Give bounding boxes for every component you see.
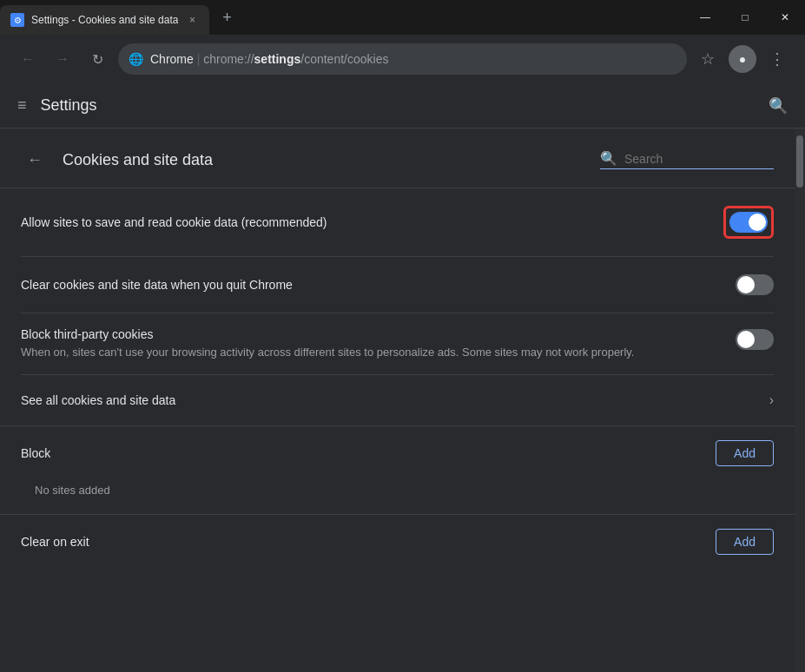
block-header: Block Add [21, 440, 774, 466]
clear-on-exit-section: Clear on exit Add [0, 515, 795, 569]
settings-header: ≡ Settings 🔍 [0, 83, 805, 128]
clear-on-exit-header: Clear on exit Add [21, 529, 774, 555]
page-header-left: ← Cookies and site data [21, 146, 213, 174]
content-panel: ← Cookies and site data 🔍 Allow sites to… [0, 128, 795, 672]
main-content: ← Cookies and site data 🔍 Allow sites to… [0, 128, 805, 672]
settings-section: Allow sites to save and read cookie data… [0, 188, 795, 375]
clear-on-exit-add-button[interactable]: Add [716, 529, 774, 555]
search-box-icon: 🔍 [600, 150, 617, 167]
forward-button[interactable]: → [49, 45, 76, 73]
security-icon: 🌐 [129, 52, 143, 66]
tab-favicon: ⚙ [10, 13, 24, 27]
search-box: 🔍 [600, 150, 774, 169]
clear-on-quit-toggle[interactable] [736, 274, 774, 295]
url-scheme: chrome:// [203, 52, 254, 66]
window-controls: — □ ✕ [685, 0, 805, 35]
page-back-button[interactable]: ← [21, 146, 49, 174]
scrollbar-thumb[interactable] [796, 135, 803, 188]
bookmark-button[interactable]: ☆ [694, 45, 722, 73]
url-bold-segment: settings [254, 52, 301, 66]
chevron-right-icon: › [769, 392, 774, 408]
addressbar: ← → ↻ 🌐 Chrome | chrome://settings/conte… [0, 35, 805, 83]
page-title: Cookies and site data [63, 151, 213, 169]
block-third-party-label-block: Block third-party cookies When on, sites… [21, 327, 736, 360]
settings-menu-icon[interactable]: ≡ [17, 96, 27, 115]
clear-on-quit-label: Clear cookies and site data when you qui… [21, 278, 736, 292]
titlebar: ⚙ Settings - Cookies and site data × + —… [0, 0, 805, 35]
block-third-party-label: Block third-party cookies [21, 327, 722, 341]
search-input[interactable] [624, 152, 746, 166]
active-tab[interactable]: ⚙ Settings - Cookies and site data × [0, 5, 209, 35]
settings-search-icon[interactable]: 🔍 [769, 96, 788, 115]
block-no-sites: No sites added [21, 473, 774, 500]
url-path-segment: /content/cookies [300, 52, 388, 66]
allow-cookies-label: Allow sites to save and read cookie data… [21, 215, 723, 229]
block-label: Block [21, 446, 50, 460]
url-chrome-label: Chrome [150, 52, 194, 66]
minimize-button[interactable]: — [685, 0, 725, 35]
scrollbar-track[interactable] [795, 128, 805, 672]
allow-cookies-toggle[interactable] [729, 212, 768, 233]
block-third-party-knob [737, 331, 755, 348]
back-button[interactable]: ← [14, 45, 42, 73]
tab-title: Settings - Cookies and site data [31, 14, 178, 26]
url-display: Chrome | chrome://settings/content/cooki… [150, 52, 676, 66]
profile-button[interactable]: ● [729, 45, 756, 73]
block-third-party-sublabel: When on, sites can't use your browsing a… [21, 345, 722, 360]
omnibox[interactable]: 🌐 Chrome | chrome://settings/content/coo… [118, 43, 687, 75]
new-tab-button[interactable]: + [213, 3, 241, 31]
maximize-button[interactable]: □ [725, 0, 765, 35]
allow-cookies-highlight [723, 206, 774, 239]
see-all-cookies-row[interactable]: See all cookies and site data › [0, 375, 795, 426]
block-add-button[interactable]: Add [716, 440, 774, 466]
allow-cookies-knob [749, 214, 766, 231]
page-header: ← Cookies and site data 🔍 [0, 128, 795, 188]
refresh-button[interactable]: ↻ [83, 45, 111, 73]
clear-on-exit-label: Clear on exit [21, 535, 89, 549]
tab-strip: ⚙ Settings - Cookies and site data × + [0, 0, 685, 35]
clear-on-quit-knob [737, 276, 755, 293]
settings-title: Settings [41, 96, 769, 115]
block-third-party-row: Block third-party cookies When on, sites… [21, 313, 774, 375]
clear-on-quit-row: Clear cookies and site data when you qui… [21, 257, 774, 313]
close-button[interactable]: ✕ [765, 0, 805, 35]
block-third-party-toggle[interactable] [736, 329, 774, 350]
block-section: Block Add No sites added [0, 426, 795, 515]
chrome-menu-button[interactable]: ⋮ [763, 45, 791, 73]
tab-close-button[interactable]: × [185, 13, 199, 27]
see-all-label: See all cookies and site data [21, 393, 175, 407]
allow-cookies-row: Allow sites to save and read cookie data… [21, 188, 774, 257]
